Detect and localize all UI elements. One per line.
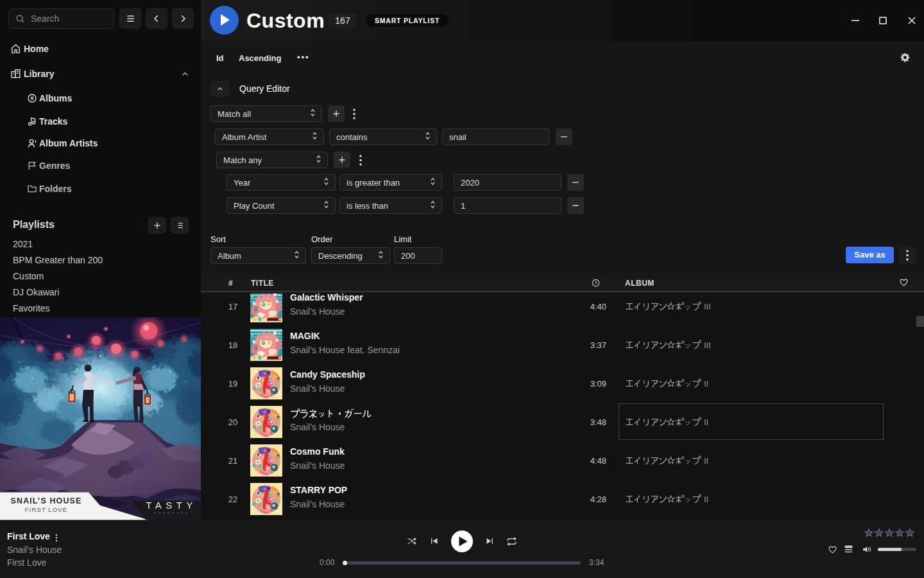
- svg-text:FIRST LOVE: FIRST LOVE: [25, 506, 67, 513]
- svg-text:TASTY: TASTY: [146, 500, 197, 511]
- svg-text:SNAIL’S HOUSE: SNAIL’S HOUSE: [11, 496, 82, 505]
